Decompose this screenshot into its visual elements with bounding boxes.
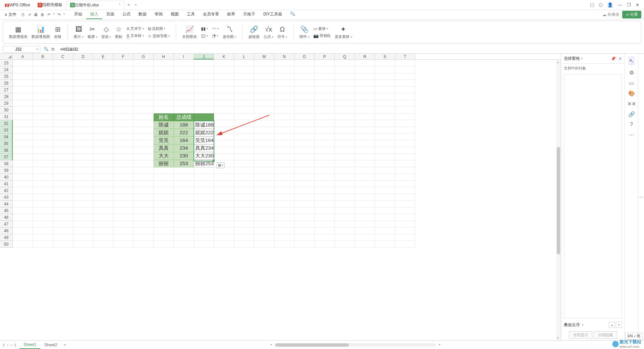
settings-icon[interactable]: ⚙ [629,69,634,76]
camera-button[interactable]: 📷照相机 [312,33,332,39]
row-header[interactable]: 36 [0,147,13,154]
help-icon[interactable]: ? [630,121,633,128]
tab-data[interactable]: 数据 [135,10,151,19]
tab-template[interactable]: D 找稻壳模板 [34,1,66,9]
prev-sheet-button[interactable]: ‹ [6,343,9,347]
horizontal-scrollbar[interactable]: ◂ ▸ [275,343,436,347]
row-header[interactable]: 50 [0,241,13,248]
last-sheet-button[interactable]: ›| [13,343,17,347]
tab-diy[interactable]: DIY工具箱 [259,10,286,19]
pin-icon[interactable]: 📌 [611,56,616,61]
row-header[interactable]: 44 [0,201,13,207]
row-header[interactable]: 29 [0,100,13,107]
row-header[interactable]: 40 [0,174,13,181]
col-header[interactable]: T [395,54,415,59]
col-header[interactable]: E [93,54,113,59]
next-sheet-button[interactable]: › [10,343,12,347]
spreadsheet[interactable]: A B C D E F G H I J K L M N O P Q R S T … [0,54,561,340]
table-cell-name[interactable]: 大大 [154,152,174,160]
scrollbar-thumb[interactable] [557,147,560,254]
row-header[interactable]: 41 [0,181,13,187]
col-header[interactable]: P [315,54,335,59]
row-header[interactable]: 39 [0,167,13,174]
move-down-button[interactable]: ▾ [616,322,622,328]
table-cell-score[interactable]: 188 [174,121,194,129]
zoom-formula-icon[interactable]: 🔍 [44,47,49,52]
row-header[interactable]: 35 [0,140,13,147]
table-cell-score[interactable]: 222 [174,129,194,137]
row-header[interactable]: 24 [0,66,13,73]
table-cell-score[interactable]: 253 [174,160,194,167]
undo-icon[interactable]: ↶ [47,12,51,17]
minimize-button[interactable]: — [618,2,622,7]
first-sheet-button[interactable]: |‹ [2,343,6,347]
row-header[interactable]: 34 [0,134,13,140]
icons-button[interactable]: ☆图标 [114,24,124,40]
table-cell-name[interactable]: 妮妮 [154,129,174,137]
table-cell-concat[interactable]: 妮妮222 [194,129,214,137]
col-header[interactable]: I [174,54,194,59]
tab-member[interactable]: 会员专享 [199,10,223,19]
ruler-icon[interactable]: ✕✕ [627,101,636,107]
name-box-input[interactable] [5,47,32,52]
table-cell-concat[interactable]: 大大230 [194,152,214,160]
redo-icon[interactable]: ↷ [57,12,61,17]
row-header[interactable]: 49 [0,234,13,241]
col-header[interactable]: M [254,54,274,59]
hide-all-button[interactable]: 全部隐藏 [594,331,617,339]
more-dropdown[interactable]: ▾ [63,12,65,17]
table-cell-score[interactable]: 164 [174,137,194,144]
table-cell-score[interactable]: 234 [174,144,194,152]
modify-status[interactable]: ☁有修改 [602,12,620,17]
more-assets-button[interactable]: ✦更多素材 ▾ [333,24,353,40]
layout-icon[interactable]: ▭ [629,80,634,86]
screenshot-button[interactable]: ✂截屏 ▾ [86,24,99,40]
name-box-dropdown[interactable]: ▾ [37,48,38,51]
row-header[interactable]: 27 [0,87,13,93]
col-header[interactable]: L [234,54,254,59]
col-header[interactable]: D [73,54,93,59]
line-chart-button[interactable]: 〰▾ [211,26,220,32]
cube-icon[interactable]: ⬡ [599,2,602,7]
cursor-tool-icon[interactable]: ↖ [628,56,635,65]
tab-current-file[interactable]: S 日期年份.xlsx * [66,1,124,9]
row-header[interactable]: 23 [0,60,13,66]
print-icon[interactable]: 🖶 [34,12,38,17]
tab-tools[interactable]: 工具 [183,10,199,19]
autofill-options[interactable]: ⊞▾ [217,162,224,168]
col-header[interactable]: J [194,54,214,59]
row-header[interactable]: 42 [0,187,13,194]
pivot-table-button[interactable]: ▦数据透视表 [8,24,29,40]
close-button[interactable]: ✕ [636,2,639,7]
col-header[interactable]: G [133,54,154,59]
other-chart-button[interactable]: ▯▯▾ [200,33,209,39]
table-cell-score[interactable]: 230 [174,152,194,160]
user-icon[interactable]: 👤 [607,2,613,8]
row-header[interactable]: 33 [0,127,13,134]
mindmap-button[interactable]: ⊹思维导图▾ [147,33,171,39]
row-header[interactable]: 43 [0,194,13,201]
pivot-chart-button[interactable]: 📊数据透视图 [30,24,51,40]
sheet-tab[interactable]: Sheet2 [40,341,61,349]
cells-area[interactable]: 姓名 总成绩 陈诚188陈诚188妮妮222妮妮222笑笑164笑笑164真真2… [13,60,561,248]
col-header[interactable]: C [53,54,73,59]
table-cell-name[interactable]: 笑笑 [154,137,174,144]
symbol-button[interactable]: Ω符号 ▾ [276,25,288,40]
all-charts-button[interactable]: 📈全部图表 [181,24,198,40]
collapse-panel-button[interactable]: — [638,54,644,340]
style-icon[interactable]: 🎨 [628,90,635,97]
tab-list-button[interactable]: ▾ [132,2,139,8]
select-all-corner[interactable] [0,54,13,59]
save-icon[interactable]: 🗋 [21,12,25,17]
tab-view[interactable]: 视图 [167,10,183,19]
formula-input[interactable] [58,47,641,52]
row-header[interactable]: 25 [0,73,13,80]
row-header[interactable]: 26 [0,80,13,87]
sparkline-button[interactable]: 〽迷你图 ▾ [221,25,237,40]
pie-chart-button[interactable]: ◔▾ [211,33,220,39]
row-header[interactable]: 30 [0,107,13,113]
layout-icon[interactable]: ▢ [590,2,594,7]
textbox-button[interactable]: A̲文本框▾ [125,33,145,39]
export-icon[interactable]: ↗ [28,12,31,17]
more-icon[interactable]: ⋯ [629,132,634,138]
